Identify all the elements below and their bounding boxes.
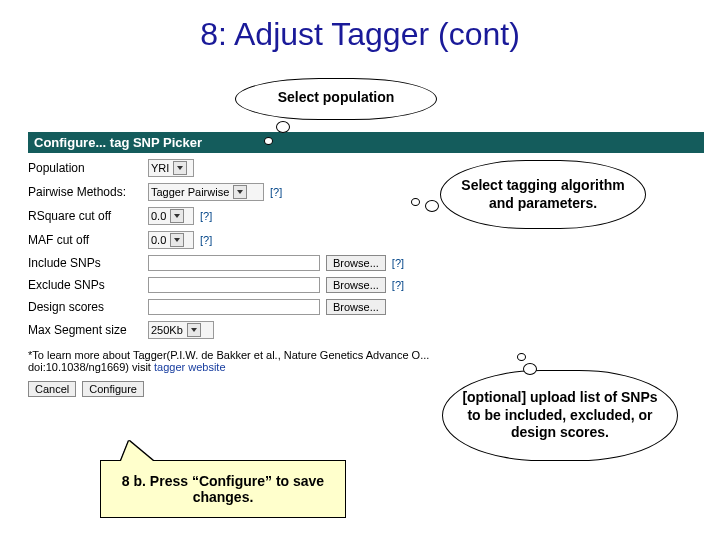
footnote-line1: *To learn more about Tagger(P.I.W. de Ba…: [28, 349, 429, 361]
maf-select[interactable]: 0.0: [148, 231, 194, 249]
row-include: Include SNPs Browse... [?]: [28, 255, 588, 271]
label-rsquare: RSquare cut off: [28, 209, 148, 223]
design-input[interactable]: [148, 299, 320, 315]
label-population: Population: [28, 161, 148, 175]
maxseg-value: 250Kb: [151, 324, 183, 336]
label-exclude: Exclude SNPs: [28, 278, 148, 292]
help-link[interactable]: [?]: [200, 210, 212, 222]
chevron-down-icon: [187, 323, 201, 337]
callout-press-configure: 8 b. Press “Configure” to save changes.: [100, 460, 346, 518]
row-exclude: Exclude SNPs Browse... [?]: [28, 277, 588, 293]
help-link[interactable]: [?]: [392, 279, 404, 291]
cancel-button[interactable]: Cancel: [28, 381, 76, 397]
callout-upload-snps: [optional] upload list of SNPs to be inc…: [442, 370, 678, 461]
label-maf: MAF cut off: [28, 233, 148, 247]
row-maf: MAF cut off 0.0 [?]: [28, 231, 588, 249]
rsquare-value: 0.0: [151, 210, 166, 222]
chevron-down-icon: [233, 185, 247, 199]
callout-text: 8 b. Press “Configure” to save changes.: [122, 473, 324, 505]
browse-button[interactable]: Browse...: [326, 255, 386, 271]
chevron-down-icon: [170, 233, 184, 247]
callout-text: Select population: [278, 89, 395, 105]
include-input[interactable]: [148, 255, 320, 271]
browse-button[interactable]: Browse...: [326, 299, 386, 315]
label-include: Include SNPs: [28, 256, 148, 270]
label-design: Design scores: [28, 300, 148, 314]
rsquare-select[interactable]: 0.0: [148, 207, 194, 225]
maxseg-select[interactable]: 250Kb: [148, 321, 214, 339]
help-link[interactable]: [?]: [392, 257, 404, 269]
chevron-down-icon: [173, 161, 187, 175]
maf-value: 0.0: [151, 234, 166, 246]
chevron-down-icon: [170, 209, 184, 223]
label-pairwise: Pairwise Methods:: [28, 185, 148, 199]
tagger-website-link[interactable]: tagger website: [154, 361, 226, 373]
label-maxseg: Max Segment size: [28, 323, 148, 337]
pairwise-value: Tagger Pairwise: [151, 186, 229, 198]
population-value: YRI: [151, 162, 169, 174]
row-maxseg: Max Segment size 250Kb: [28, 321, 588, 339]
exclude-input[interactable]: [148, 277, 320, 293]
row-design: Design scores Browse...: [28, 299, 588, 315]
callout-text: Select tagging algorithm and parameters.: [461, 177, 624, 211]
help-link[interactable]: [?]: [200, 234, 212, 246]
pairwise-select[interactable]: Tagger Pairwise: [148, 183, 264, 201]
footnote: *To learn more about Tagger(P.I.W. de Ba…: [28, 349, 548, 373]
footnote-line2: doi:10.1038/ng1669) visit: [28, 361, 154, 373]
slide-title: 8: Adjust Tagger (cont): [0, 0, 720, 53]
help-link[interactable]: [?]: [270, 186, 282, 198]
callout-select-population: Select population: [235, 78, 437, 120]
callout-text: [optional] upload list of SNPs to be inc…: [462, 389, 657, 440]
configure-button[interactable]: Configure: [82, 381, 144, 397]
callout-select-algorithm: Select tagging algorithm and parameters.: [440, 160, 646, 229]
panel-header: Configure... tag SNP Picker: [28, 132, 704, 153]
browse-button[interactable]: Browse...: [326, 277, 386, 293]
population-select[interactable]: YRI: [148, 159, 194, 177]
